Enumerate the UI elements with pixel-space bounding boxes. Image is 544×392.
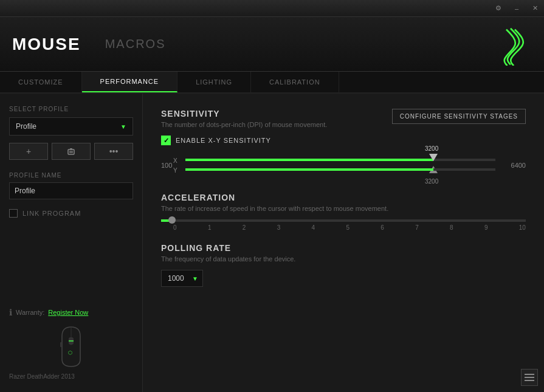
mouse-name-label: Razer DeathAdder 2013 — [9, 373, 133, 380]
tick-2: 2 — [243, 224, 246, 231]
delete-profile-button[interactable] — [52, 143, 91, 160]
title-bar: ⚙ – ✕ — [0, 0, 544, 17]
right-panel: SENSITIVITY The number of dots-per-inch … — [143, 94, 544, 392]
title-bar-controls: ⚙ – ✕ — [489, 0, 544, 16]
polling-select[interactable]: 125 250 500 1000 — [161, 270, 203, 287]
tick-3: 3 — [277, 224, 281, 231]
app-title: MOUSE — [12, 35, 81, 54]
hamburger-button[interactable] — [521, 369, 538, 386]
profile-select-wrapper[interactable]: Profile ▼ — [9, 117, 133, 136]
profile-name-label: PROFILE NAME — [9, 172, 133, 179]
select-profile-label: SELECT PROFILE — [9, 106, 133, 112]
sensitivity-section: SENSITIVITY The number of dots-per-inch … — [161, 109, 526, 174]
warranty-row: ℹ Warranty: Register Now — [9, 308, 133, 317]
sensitivity-title-group: SENSITIVITY The number of dots-per-inch … — [161, 109, 327, 136]
sensitivity-title: SENSITIVITY — [161, 109, 327, 119]
y-axis-label: Y — [173, 167, 177, 174]
add-profile-button[interactable]: + — [9, 143, 48, 160]
polling-rate-section: POLLING RATE The frequency of data updat… — [161, 243, 526, 287]
tab-performance[interactable]: PERFORMANCE — [82, 72, 178, 92]
sensitivity-desc: The number of dots-per-inch (DPI) of mou… — [161, 121, 327, 128]
register-now-link[interactable]: Register Now — [48, 309, 88, 316]
sensitivity-max: 6400 — [501, 162, 526, 169]
acceleration-slider-thumb[interactable] — [168, 216, 176, 224]
hamburger-line-1 — [525, 374, 534, 375]
x-slider-fill — [185, 159, 433, 161]
profile-select-value: Profile — [16, 122, 36, 131]
svg-rect-9 — [60, 342, 62, 347]
hamburger-line-3 — [525, 380, 534, 381]
tick-1: 1 — [208, 224, 212, 231]
profile-name-input[interactable] — [9, 182, 133, 199]
profile-btn-row: + ••• — [9, 143, 133, 160]
tick-5: 5 — [346, 224, 349, 231]
tab-calibration[interactable]: CALIBRATION — [251, 72, 339, 92]
nav-tabs: CUSTOMIZE PERFORMANCE LIGHTING CALIBRATI… — [0, 72, 544, 94]
y-slider-fill — [185, 168, 433, 171]
tick-7: 7 — [415, 224, 419, 231]
x-slider-thumb[interactable] — [429, 154, 438, 161]
dual-slider[interactable]: 3200 X Y — [185, 156, 495, 174]
link-program-row: LINK PROGRAM — [9, 209, 133, 218]
acceleration-title: ACCELERATION — [161, 193, 526, 202]
x-slider-track[interactable] — [185, 159, 495, 161]
link-program-label: LINK PROGRAM — [22, 210, 81, 217]
tick-9: 9 — [484, 224, 488, 231]
sensitivity-header: SENSITIVITY The number of dots-per-inch … — [161, 109, 526, 136]
minimize-button[interactable]: – — [508, 0, 526, 17]
sidebar-bottom: ℹ Warranty: Register Now ⬡ — [9, 308, 133, 380]
svg-text:⬡: ⬡ — [68, 350, 72, 356]
enable-xy-label: ENABLE X-Y SENSITIVITY — [176, 137, 271, 144]
tick-6: 6 — [380, 224, 384, 231]
y-slider-track[interactable] — [185, 168, 495, 171]
tick-4: 4 — [312, 224, 315, 231]
hamburger-area — [521, 369, 538, 386]
warranty-label: Warranty: — [16, 309, 44, 316]
sidebar: SELECT PROFILE Profile ▼ + ••• PROFILE N… — [0, 94, 143, 392]
more-options-button[interactable]: ••• — [94, 143, 133, 160]
polling-rate-desc: The frequency of data updates for the de… — [161, 255, 526, 263]
sensitivity-y-value: 3200 — [425, 178, 438, 185]
configure-sensitivity-button[interactable]: CONFIGURE SENSITIVITY STAGES — [392, 109, 526, 124]
tick-10: 10 — [519, 224, 526, 231]
enable-xy-row: ✓ ENABLE X-Y SENSITIVITY — [161, 136, 526, 145]
enable-xy-checkbox[interactable]: ✓ — [161, 136, 171, 145]
settings-icon-btn[interactable]: ⚙ — [489, 0, 508, 17]
tick-0: 0 — [173, 224, 177, 231]
acceleration-slider-row — [161, 219, 526, 222]
app-subtitle: MACROS — [105, 37, 166, 51]
main-content: SELECT PROFILE Profile ▼ + ••• PROFILE N… — [0, 94, 544, 392]
tick-8: 8 — [450, 224, 453, 231]
profile-select-arrow: ▼ — [120, 123, 126, 130]
acceleration-slider-track[interactable] — [161, 219, 526, 222]
link-program-checkbox[interactable] — [9, 209, 18, 218]
app-header: MOUSE MACROS — [0, 17, 544, 72]
mouse-image-area: ⬡ — [9, 322, 133, 371]
mouse-svg: ⬡ — [55, 324, 88, 370]
x-axis-label: X — [173, 157, 177, 164]
acceleration-ticks: 0 1 2 3 4 5 6 7 8 9 10 — [173, 224, 526, 231]
acceleration-desc: The rate of increase of speed in the cur… — [161, 205, 526, 212]
polling-rate-title: POLLING RATE — [161, 243, 526, 253]
tab-lighting[interactable]: LIGHTING — [177, 72, 251, 92]
razer-logo — [489, 23, 532, 66]
polling-select-wrapper[interactable]: 125 250 500 1000 ▼ — [161, 270, 203, 287]
tab-customize[interactable]: CUSTOMIZE — [0, 72, 82, 92]
sensitivity-slider-row: 100 3200 X Y — [161, 156, 526, 174]
svg-rect-1 — [70, 148, 72, 150]
acceleration-section: ACCELERATION The rate of increase of spe… — [161, 193, 526, 231]
profile-select[interactable]: Profile ▼ — [9, 117, 133, 136]
hamburger-line-2 — [525, 377, 534, 378]
close-button[interactable]: ✕ — [526, 0, 544, 17]
sensitivity-x-value: 3200 — [425, 145, 438, 152]
checkmark-icon: ✓ — [164, 137, 169, 145]
